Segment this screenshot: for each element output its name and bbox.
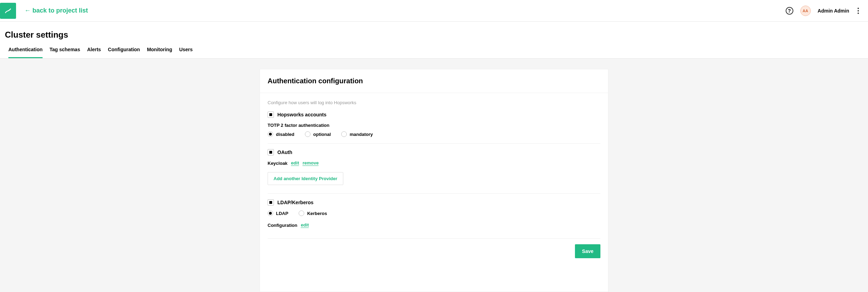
totp-option-disabled[interactable]: disabled xyxy=(268,131,294,137)
content-area: Authentication configuration Configure h… xyxy=(0,59,868,292)
keycloak-remove-link[interactable]: remove xyxy=(302,160,319,166)
tab-configuration[interactable]: Configuration xyxy=(108,47,140,58)
top-bar: ← back to project list ? AA Admin Admin xyxy=(0,0,868,22)
top-left-group: ← back to project list xyxy=(0,3,88,19)
tab-tag-schemas[interactable]: Tag schemas xyxy=(50,47,80,58)
ldap-config-label: Configuration xyxy=(268,223,297,228)
card-hint: Configure how users will log into Hopswo… xyxy=(268,100,600,105)
keycloak-provider-row: Keycloak edit remove xyxy=(268,160,600,166)
ldap-config-edit-link[interactable]: edit xyxy=(301,222,309,228)
keycloak-edit-link[interactable]: edit xyxy=(291,160,299,166)
logo-icon[interactable] xyxy=(0,3,16,19)
tab-monitoring[interactable]: Monitoring xyxy=(147,47,172,58)
hopsworks-accounts-checkbox[interactable] xyxy=(268,112,274,118)
radio-ldap-label: LDAP xyxy=(276,211,288,216)
radio-kerberos[interactable] xyxy=(299,210,304,216)
ldap-option[interactable]: LDAP xyxy=(268,210,288,216)
more-menu-icon[interactable] xyxy=(856,6,860,15)
tab-alerts[interactable]: Alerts xyxy=(87,47,101,58)
ldap-kerberos-row: LDAP/Kerberos xyxy=(268,199,600,206)
ldap-kerberos-label: LDAP/Kerberos xyxy=(277,200,313,205)
tabs-nav: Authentication Tag schemas Alerts Config… xyxy=(0,40,868,59)
user-name-label: Admin Admin xyxy=(818,8,849,14)
radio-ldap[interactable] xyxy=(268,210,273,216)
avatar[interactable]: AA xyxy=(800,6,811,16)
back-to-projects-link[interactable]: ← back to project list xyxy=(24,7,88,14)
save-button[interactable]: Save xyxy=(575,244,600,258)
radio-mandatory[interactable] xyxy=(341,131,347,137)
ldap-kerberos-checkbox[interactable] xyxy=(268,199,274,206)
add-identity-provider-button[interactable]: Add another Identity Provider xyxy=(268,172,343,185)
totp-option-optional[interactable]: optional xyxy=(305,131,331,137)
ldap-radio-row: LDAP Kerberos xyxy=(268,210,600,216)
radio-disabled-label: disabled xyxy=(276,132,294,137)
radio-optional-label: optional xyxy=(313,132,331,137)
totp-label: TOTP 2 factor authentication xyxy=(268,123,600,128)
radio-mandatory-label: mandatory xyxy=(350,132,373,137)
page-title: Cluster settings xyxy=(0,22,868,40)
divider-2 xyxy=(268,193,600,194)
kerberos-option[interactable]: Kerberos xyxy=(299,210,327,216)
card-body: Configure how users will log into Hopswo… xyxy=(260,93,608,267)
totp-option-mandatory[interactable]: mandatory xyxy=(341,131,373,137)
keycloak-label: Keycloak xyxy=(268,161,287,166)
radio-disabled[interactable] xyxy=(268,131,273,137)
card-title: Authentication configuration xyxy=(260,69,608,93)
hopsworks-accounts-label: Hopsworks accounts xyxy=(277,112,327,117)
radio-optional[interactable] xyxy=(305,131,310,137)
oauth-checkbox[interactable] xyxy=(268,149,274,155)
oauth-row: OAuth xyxy=(268,149,600,155)
tab-users[interactable]: Users xyxy=(179,47,193,58)
tab-authentication[interactable]: Authentication xyxy=(8,47,43,58)
divider-1 xyxy=(268,143,600,144)
totp-radio-row: disabled optional mandatory xyxy=(268,131,600,137)
ldap-config-row: Configuration edit xyxy=(268,222,600,228)
auth-config-card: Authentication configuration Configure h… xyxy=(260,69,608,292)
card-footer-actions: Save xyxy=(268,244,600,258)
radio-kerberos-label: Kerberos xyxy=(307,211,327,216)
divider-3 xyxy=(268,238,600,239)
help-icon[interactable]: ? xyxy=(786,7,793,15)
top-right-group: ? AA Admin Admin xyxy=(786,6,860,16)
hopsworks-accounts-row: Hopsworks accounts xyxy=(268,112,600,118)
oauth-label: OAuth xyxy=(277,149,292,155)
